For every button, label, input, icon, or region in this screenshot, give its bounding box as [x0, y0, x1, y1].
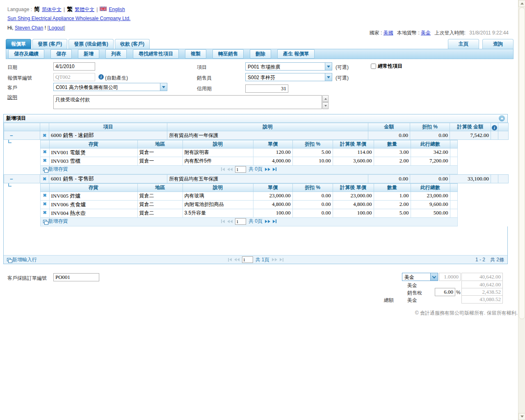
- header-line-total: 此行總數: [411, 140, 450, 148]
- project-combobox[interactable]: P001 市場推廣: [245, 62, 332, 71]
- generate-quotation-button[interactable]: 產生 報價單: [277, 49, 315, 59]
- spinner-up-icon[interactable]: [322, 95, 329, 102]
- delete-group-icon[interactable]: [42, 133, 47, 138]
- header-item: 項目: [49, 123, 167, 131]
- po-number-input[interactable]: [53, 273, 99, 281]
- delete-stock-icon[interactable]: [42, 149, 48, 155]
- to-sales-button[interactable]: 轉至銷售: [212, 49, 244, 59]
- collapse-group-icon[interactable]: [6, 132, 13, 139]
- save-and-continue-button[interactable]: 儲存及繼續: [8, 49, 44, 59]
- company-link[interactable]: Sun Shing Electrical Appliance Wholesale…: [7, 16, 130, 21]
- branch-icon: [8, 183, 11, 187]
- description-textarea[interactable]: 只接受現金付款: [53, 95, 322, 109]
- prev-page-icon[interactable]: [227, 168, 233, 171]
- greeting-prefix: Hi,: [7, 25, 14, 31]
- lang-simplified-link[interactable]: 简体中文: [42, 6, 62, 13]
- delete-stock-icon[interactable]: [42, 158, 48, 163]
- vertical-scrollbar[interactable]: [518, 0, 525, 420]
- first-page-icon[interactable]: [221, 219, 225, 223]
- copy-button[interactable]: 複製: [185, 49, 206, 59]
- tab-invoice-cash[interactable]: 發票 (現金銷售): [68, 39, 113, 49]
- collapse-panel-icon[interactable]: [499, 115, 505, 121]
- save-button[interactable]: 儲存: [50, 49, 72, 59]
- page-input[interactable]: [235, 218, 246, 225]
- page-input[interactable]: [242, 256, 253, 263]
- last-page-icon[interactable]: [273, 219, 276, 223]
- prev-page-icon[interactable]: [234, 258, 240, 261]
- last-login-value: 31/8/2011 9:22:44: [469, 30, 509, 36]
- scroll-down-icon[interactable]: [518, 413, 525, 420]
- price-cell: 4,000.00: [253, 157, 292, 166]
- next-page-icon[interactable]: [265, 168, 270, 171]
- delete-button[interactable]: 刪除: [250, 49, 271, 59]
- group-desc: 所有貨品均有五年保護: [167, 175, 368, 183]
- add-stock-link[interactable]: 新增存貨: [43, 218, 68, 225]
- add-entry-row-link[interactable]: 新增輸入行: [7, 256, 37, 263]
- recurring-item-checkbox[interactable]: [371, 64, 376, 69]
- home-button[interactable]: 主頁: [448, 39, 479, 49]
- discount-cell: 5.00: [292, 148, 333, 157]
- tab-receipt-customer[interactable]: 收款 (客戶): [115, 39, 150, 49]
- collapse-group-icon[interactable]: [6, 176, 13, 182]
- local-currency-label: 本地貨幣 :: [397, 30, 420, 36]
- delete-group-icon[interactable]: [42, 176, 47, 182]
- quote-no-info-icon[interactable]: [98, 74, 104, 80]
- header-area: 地區: [137, 140, 183, 148]
- tab-quotation[interactable]: 報價單: [6, 39, 31, 49]
- find-recurring-button[interactable]: 尋找經常性項目: [133, 49, 179, 59]
- add-button[interactable]: 新增: [78, 49, 99, 59]
- add-stock-icon: [43, 168, 47, 171]
- price-cell: 100.00: [253, 209, 292, 218]
- stock-row: INV003 雪櫃 貨倉一 內有配件5件 4,000.00 10.00 3,60…: [40, 157, 457, 166]
- lang-traditional-link[interactable]: 繁體中文: [75, 6, 94, 13]
- scrollbar-thumb[interactable]: [519, 7, 525, 319]
- info-icon[interactable]: [492, 125, 497, 130]
- delete-stock-icon[interactable]: [42, 210, 48, 215]
- project-dropdown-icon[interactable]: [325, 63, 332, 70]
- items-panel-titlebar: 新增項目: [4, 114, 507, 123]
- greeting-excl: !: [45, 25, 46, 31]
- salesman-dropdown-icon[interactable]: [325, 73, 332, 81]
- tax-rate-input[interactable]: [435, 288, 455, 296]
- session-info: 國家 : 美國 本地貨幣 : 美金 上次登入時間: 31/8/2011 9:22…: [367, 30, 509, 37]
- customer-dropdown-icon[interactable]: [160, 83, 167, 91]
- credit-period-input[interactable]: [245, 84, 288, 93]
- last-page-icon[interactable]: [280, 258, 283, 262]
- next-page-icon[interactable]: [265, 220, 270, 223]
- items-header-row: 項目 說明 金額 折扣 % 計算後 金額: [4, 123, 509, 131]
- tab-invoice-customer[interactable]: 發票 (客戶): [32, 39, 67, 49]
- stock-cell: INV004 熱水壺: [49, 209, 137, 218]
- first-page-icon[interactable]: [221, 167, 225, 171]
- record-range: 1 - 2: [475, 257, 485, 262]
- customer-combobox[interactable]: C001 高力快餐集團有限公司: [53, 83, 167, 91]
- stock-pager: 共 0頁: [221, 218, 276, 225]
- local-currency-link[interactable]: 美金: [421, 30, 431, 36]
- next-page-icon[interactable]: [272, 258, 277, 261]
- country-link[interactable]: 美國: [383, 30, 393, 36]
- header-qty: 數量: [374, 184, 411, 192]
- prev-page-icon[interactable]: [227, 220, 233, 223]
- delete-stock-icon[interactable]: [42, 201, 48, 207]
- salesman-combobox[interactable]: S002 李梓芬: [245, 73, 332, 81]
- page-input[interactable]: [235, 166, 246, 173]
- logout-link[interactable]: Logout: [49, 25, 64, 31]
- add-stock-link[interactable]: 新增存貨: [43, 166, 68, 173]
- lang-english-link[interactable]: English: [109, 7, 125, 12]
- user-link[interactable]: Steven Chan: [15, 25, 43, 31]
- stock-cell: INV006 煮食爐: [49, 201, 137, 209]
- delete-stock-icon[interactable]: [42, 193, 48, 198]
- list-button[interactable]: 列表: [105, 49, 127, 59]
- stock-cell: INV003 雪櫃: [49, 157, 137, 166]
- simplified-abbr: 简: [34, 6, 40, 13]
- scroll-up-icon[interactable]: [518, 0, 525, 7]
- header-info: [491, 123, 498, 131]
- inquiry-button[interactable]: 查詢: [482, 39, 514, 49]
- first-page-icon[interactable]: [228, 258, 232, 262]
- last-page-icon[interactable]: [273, 167, 276, 171]
- description-link[interactable]: 說明: [7, 94, 17, 101]
- currency-select[interactable]: 美金: [402, 273, 438, 281]
- date-input[interactable]: [53, 62, 95, 71]
- currency-dropdown-icon[interactable]: [430, 273, 438, 281]
- spinner-down-icon[interactable]: [322, 102, 329, 109]
- record-count: 共 2條: [490, 256, 504, 263]
